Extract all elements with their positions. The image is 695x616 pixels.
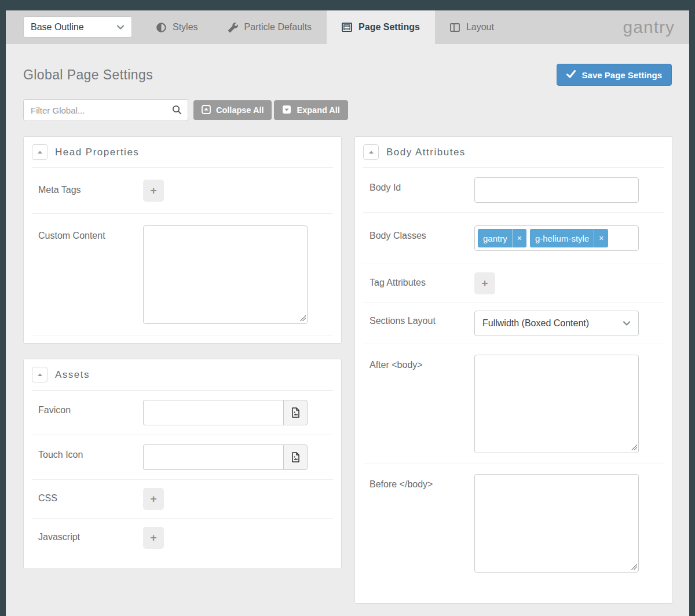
page-settings-icon [342,23,352,32]
sections-layout-value: Fullwidth (Boxed Content) [482,318,589,329]
collapse-panel-button[interactable] [32,144,47,160]
assets-panel: Assets Favicon [23,359,342,569]
body-attributes-panel: Body Attributes Body Id Body Classes [354,136,673,604]
caret-up-icon [37,150,43,154]
page-title: Global Page Settings [23,67,153,83]
save-page-settings-button[interactable]: Save Page Settings [557,64,672,86]
meta-tags-row: Meta Tags + [32,168,333,214]
contrast-icon [156,23,166,32]
save-button-label: Save Page Settings [582,70,662,80]
gantry-admin-app: Base Outline Styles Particle Defaults [6,10,689,616]
favicon-input-group [143,400,308,425]
tab-particle-defaults[interactable]: Particle Defaults [213,10,327,44]
field-label: CSS [38,488,143,504]
after-body-wrap [474,355,639,453]
touch-icon-input[interactable] [143,444,283,470]
after-body-row: After <body> [363,344,664,464]
admin-frame: Base Outline Styles Particle Defaults [0,0,695,616]
collapse-all-button[interactable]: Collapse All [193,100,272,120]
tag-chip: gantry × [478,229,526,247]
page-heading-row: Global Page Settings Save Page Settings [23,64,672,86]
before-body-row: Before </body> [363,464,664,582]
javascript-row: Javascript + [32,519,333,557]
field-label: Body Classes [370,225,474,241]
tag-label: gantry [483,234,507,243]
body-classes-row: Body Classes gantry × g-helium-style × [363,213,664,264]
panel-title: Body Attributes [386,147,466,158]
tab-label: Layout [466,22,494,32]
tag-remove-icon[interactable]: × [594,229,608,247]
field-label: Before </body> [370,474,474,490]
field-label: Javascript [38,527,143,542]
top-tab-bar: Base Outline Styles Particle Defaults [6,10,689,44]
resize-grip[interactable] [631,444,637,450]
search-icon [172,105,182,117]
add-css-button[interactable]: + [143,488,164,510]
layout-columns-icon [450,23,460,32]
caret-up-icon [368,150,374,154]
add-tag-attribute-button[interactable]: + [474,272,495,294]
chevron-down-icon [116,22,125,32]
sections-layout-row: Sections Layout Fullwidth (Boxed Content… [363,303,664,344]
field-label: Touch Icon [38,444,143,460]
settings-columns: Head Properties Meta Tags + Custom Conte… [23,136,672,604]
tab-page-settings[interactable]: Page Settings [327,10,435,44]
caret-square-up-icon [202,105,211,116]
collapse-panel-button[interactable] [32,367,47,382]
tab-styles[interactable]: Styles [141,10,213,44]
filter-toolbar: Collapse All Expand All [23,99,672,121]
before-body-wrap [474,474,639,573]
before-body-textarea[interactable] [474,474,639,573]
resize-grip[interactable] [631,563,637,570]
tab-label: Styles [173,22,198,32]
collapse-all-label: Collapse All [216,105,264,115]
field-label: Tag Attributes [370,272,474,288]
custom-content-row: Custom Content [32,214,333,336]
tab-label: Page Settings [359,22,420,32]
gantry-logo: gantry [623,17,675,37]
tag-chip: g-helium-style × [530,229,609,247]
filter-input[interactable] [23,99,188,121]
expand-all-button[interactable]: Expand All [274,100,348,120]
tab-layout[interactable]: Layout [435,10,509,44]
chevron-down-icon [623,318,631,329]
field-label: Sections Layout [370,311,474,326]
sections-layout-select[interactable]: Fullwidth (Boxed Content) [474,311,639,336]
touch-icon-row: Touch Icon [32,435,333,480]
custom-content-textarea[interactable] [143,225,308,324]
head-properties-panel: Head Properties Meta Tags + Custom Conte… [23,136,342,344]
file-image-icon [291,452,301,462]
file-image-icon [291,407,301,418]
assets-header: Assets [32,359,333,391]
check-icon [566,70,576,80]
body-id-input[interactable] [474,177,639,203]
body-id-row: Body Id [363,168,664,213]
resize-grip[interactable] [299,315,306,321]
right-column: Body Attributes Body Id Body Classes [354,136,673,604]
head-properties-header: Head Properties [32,137,333,168]
collapse-panel-button[interactable] [363,144,379,160]
outline-selector[interactable]: Base Outline [23,16,132,38]
filter-field-wrap [23,99,188,121]
panel-title: Assets [55,369,90,381]
after-body-textarea[interactable] [474,355,639,453]
field-label: After <body> [370,355,474,370]
field-label: Meta Tags [38,180,143,195]
pick-touch-icon-image-button[interactable] [283,444,308,470]
caret-square-down-icon [282,105,291,116]
field-label: Favicon [38,400,143,415]
pick-favicon-image-button[interactable] [283,400,308,425]
touch-icon-input-group [143,444,308,470]
tag-label: g-helium-style [535,234,589,243]
field-label: Body Id [370,177,474,193]
favicon-input[interactable] [143,400,283,425]
add-javascript-button[interactable]: + [143,527,164,549]
favicon-row: Favicon [32,391,333,435]
body-attributes-header: Body Attributes [363,137,664,168]
body-classes-input[interactable]: gantry × g-helium-style × [474,225,639,251]
tag-remove-icon[interactable]: × [512,229,526,247]
css-row: CSS + [32,480,333,519]
tab-label: Particle Defaults [244,22,312,32]
add-meta-tag-button[interactable]: + [143,180,164,202]
panel-title: Head Properties [55,147,139,158]
